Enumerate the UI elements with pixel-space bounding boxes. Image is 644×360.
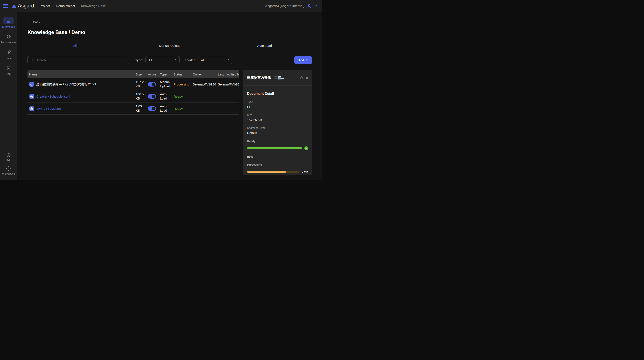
processing-percent-text: 75% [301, 170, 308, 174]
column-header-active: Active [148, 73, 160, 76]
brand-name: Asgard [18, 3, 34, 9]
field-label-type: Type [247, 101, 308, 104]
sidebar-item-enhancement[interactable]: Enhancement [1, 33, 16, 44]
document-name-link[interactable]: Crawler+Schedule.jsonl [36, 95, 70, 98]
field-value-size: 157.25 KB [247, 118, 308, 122]
sun-icon [6, 34, 11, 39]
document-size: 157.25 KB [136, 80, 146, 89]
account-chevron-down-icon[interactable] [314, 4, 317, 7]
book-icon [6, 18, 11, 23]
processing-progress-fill [247, 171, 286, 173]
detail-section-title: Document Detail [247, 92, 308, 96]
field-value-type: PDF [247, 105, 308, 109]
add-button-label: Add [298, 58, 304, 62]
select-chevrons-icon [174, 58, 177, 62]
close-icon[interactable] [306, 76, 308, 80]
table-header-row: Name Size Active Type Status Owner Last … [28, 70, 239, 78]
search-box[interactable] [28, 56, 129, 64]
breadcrumb-project[interactable]: Project [40, 4, 50, 8]
search-icon [30, 58, 34, 62]
field-label-segment-detail: Segment Detail [247, 127, 308, 130]
caret-down-icon [306, 59, 308, 61]
sidebar-item-label: Workspace [2, 172, 15, 175]
active-toggle[interactable] [148, 94, 156, 99]
processing-progress-label: Processing [247, 163, 308, 166]
search-input[interactable] [36, 58, 126, 62]
table-row[interactable]: My+AI+Bot2.jsonl 1.03 KB Auto Load Ready [28, 103, 239, 115]
back-label: Back [33, 20, 40, 24]
column-header-owner: Owner [193, 73, 218, 76]
asgard-logo-icon [12, 4, 16, 8]
document-size: 186.55 KB [136, 92, 146, 101]
status-badge: Ready [174, 95, 183, 98]
loader-filter-label: Loader: [185, 58, 196, 62]
sidebar-item-help[interactable]: Help [4, 152, 14, 162]
success-check-icon [304, 146, 308, 150]
column-header-size: Size [136, 73, 148, 76]
select-chevrons-icon [227, 58, 230, 62]
help-circle-icon [6, 153, 11, 157]
sidebar-item-workspace[interactable]: Workspace [2, 166, 15, 175]
documents-table: Name Size Active Type Status Owner Last … [28, 70, 239, 115]
column-header-status: Status [174, 73, 193, 76]
document-type: Auto Load [160, 92, 171, 101]
sidebar: Knowledge Enhancement Loader Tag Help [0, 12, 17, 180]
sidebar-item-label: Knowledge [2, 25, 15, 28]
detail-panel-title: 建築物室內裝修—工程... [247, 76, 298, 80]
document-name: 建築物室內裝修—工程承攬契約書範本.pdf [36, 82, 96, 86]
sidebar-item-label: Tag [6, 72, 10, 75]
loader-filter-select[interactable]: All [198, 56, 232, 64]
ready-progress-label: Ready [247, 140, 308, 143]
table-row[interactable]: PDF 建築物室內裝修—工程承攬契約書範本.pdf 157.25 KB Manu… [28, 78, 239, 90]
segment-new-label: new [247, 155, 308, 158]
svg-text:PDF: PDF [31, 83, 32, 84]
active-toggle[interactable] [148, 82, 156, 87]
tab-auto-load[interactable]: Auto Load [217, 41, 312, 51]
link-icon [6, 50, 11, 54]
loader-filter-value: All [201, 58, 227, 62]
add-button[interactable]: Add [294, 56, 312, 64]
table-row[interactable]: Crawler+Schedule.jsonl 186.55 KB Auto Lo… [28, 90, 239, 103]
document-size: 1.03 KB [136, 104, 146, 113]
document-type: Auto Load [160, 104, 171, 113]
ready-progress-bar [247, 147, 302, 149]
column-header-type: Type [160, 73, 174, 76]
sidebar-item-loader[interactable]: Loader [4, 48, 14, 60]
type-filter-select[interactable]: All [146, 56, 180, 64]
account-name: AsgardAI (Asgard Internal) [265, 4, 304, 8]
active-tab-indicator [28, 51, 122, 51]
document-last-modified-by: SelenaWANG86 [218, 82, 239, 86]
sidebar-item-tag[interactable]: Tag [4, 64, 14, 75]
type-filter-label: Type: [135, 58, 143, 62]
filter-toolbar: Type: All Loader: All Add [28, 56, 312, 64]
gear-icon [6, 166, 11, 171]
menu-icon[interactable] [3, 4, 8, 8]
jsonl-file-icon [29, 106, 34, 111]
breadcrumb-current: Knowledge Base [81, 4, 106, 8]
document-name-link[interactable]: My+AI+Bot2.jsonl [36, 107, 62, 110]
sidebar-item-knowledge[interactable]: Knowledge [2, 17, 15, 28]
jsonl-file-icon [29, 94, 34, 99]
user-icon[interactable] [307, 3, 312, 8]
breadcrumb: Project / DemoProject / Knowledge Base [40, 4, 106, 8]
chevron-left-icon [28, 20, 31, 24]
sidebar-item-label: Enhancement [1, 41, 16, 44]
active-toggle[interactable] [148, 106, 156, 111]
tab-manual-upload[interactable]: Manual Upload [122, 41, 217, 51]
field-value-segment-detail: Default [247, 131, 308, 135]
sidebar-item-label: Help [6, 159, 11, 162]
document-detail-panel: 建築物室內裝修—工程... Document Detail Type PDF S… [243, 70, 312, 175]
field-label-size: Size [247, 114, 308, 117]
refresh-icon[interactable] [300, 76, 303, 80]
document-type: Manual Upload [160, 80, 171, 89]
processing-progress-bar [247, 171, 299, 173]
status-badge: Processing [174, 82, 189, 86]
breadcrumb-demoproject[interactable]: DemoProject [56, 4, 75, 8]
type-filter-value: All [148, 58, 174, 62]
back-button[interactable]: Back [28, 20, 40, 24]
column-header-last-modified-by: Last modified by [218, 73, 239, 76]
tab-all[interactable]: All [28, 41, 122, 51]
pdf-file-icon: PDF [29, 82, 34, 87]
column-header-name: Name [28, 73, 136, 76]
main-content: Back Knowledge Base / Demo All Manual Up… [18, 12, 322, 180]
